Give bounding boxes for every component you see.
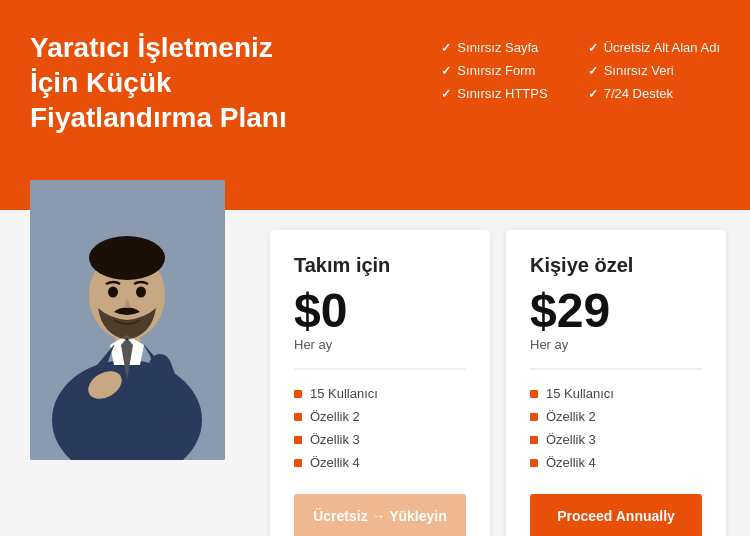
divider bbox=[530, 368, 702, 370]
bullet-icon bbox=[294, 390, 302, 398]
feature-item: ✓Sınırsız Sayfa bbox=[441, 40, 547, 55]
card-title: Takım için bbox=[294, 254, 466, 277]
card-price: $0 bbox=[294, 287, 466, 335]
feature-list-item: Özellik 2 bbox=[294, 405, 466, 428]
card-features: 15 Kullanıcı Özellik 2 Özellik 3 Özellik… bbox=[294, 382, 466, 474]
feature-list-item: Özellik 2 bbox=[530, 405, 702, 428]
features-right: ✓Ücretsiz Alt Alan Adı✓Sınırsız Veri✓7/2… bbox=[588, 40, 720, 101]
check-icon: ✓ bbox=[441, 41, 451, 55]
bullet-icon bbox=[294, 459, 302, 467]
card-period: Her ay bbox=[294, 337, 466, 352]
features-left: ✓Sınırsız Sayfa✓Sınırsız Form✓Sınırsız H… bbox=[441, 40, 547, 101]
bullet-icon bbox=[294, 413, 302, 421]
svg-point-9 bbox=[108, 287, 118, 298]
main-title: Yaratıcı İşletmeniz İçin Küçük Fiyatland… bbox=[30, 30, 310, 135]
feature-item: ✓7/24 Destek bbox=[588, 86, 720, 101]
feature-item: ✓Sınırsız Veri bbox=[588, 63, 720, 78]
bullet-icon bbox=[530, 436, 538, 444]
pricing-card-0: Takım için $0 Her ay 15 Kullanıcı Özelli… bbox=[270, 230, 490, 536]
card-cta-button[interactable]: Ücretsiz → Yükleyin bbox=[294, 494, 466, 536]
check-icon: ✓ bbox=[441, 87, 451, 101]
feature-list-item: Özellik 4 bbox=[530, 451, 702, 474]
card-period: Her ay bbox=[530, 337, 702, 352]
divider bbox=[294, 368, 466, 370]
check-icon: ✓ bbox=[588, 41, 598, 55]
person-image bbox=[30, 180, 225, 460]
card-cta-button[interactable]: Proceed Annually bbox=[530, 494, 702, 536]
feature-list-item: Özellik 4 bbox=[294, 451, 466, 474]
bottom-section: Takım için $0 Her ay 15 Kullanıcı Özelli… bbox=[0, 210, 750, 536]
card-features: 15 Kullanıcı Özellik 2 Özellik 3 Özellik… bbox=[530, 382, 702, 474]
feature-item: ✓Sınırsız Form bbox=[441, 63, 547, 78]
feature-list-item: Özellik 3 bbox=[294, 428, 466, 451]
svg-point-10 bbox=[136, 287, 146, 298]
bullet-icon bbox=[530, 390, 538, 398]
features-block: ✓Sınırsız Sayfa✓Sınırsız Form✓Sınırsız H… bbox=[441, 30, 720, 101]
feature-item: ✓Sınırsız HTTPS bbox=[441, 86, 547, 101]
title-block: Yaratıcı İşletmeniz İçin Küçük Fiyatland… bbox=[30, 30, 310, 135]
card-title: Kişiye özel bbox=[530, 254, 702, 277]
check-icon: ✓ bbox=[588, 64, 598, 78]
feature-list-item: Özellik 3 bbox=[530, 428, 702, 451]
pricing-card-1: Kişiye özel $29 Her ay 15 Kullanıcı Özel… bbox=[506, 230, 726, 536]
cards-container: Takım için $0 Her ay 15 Kullanıcı Özelli… bbox=[270, 210, 726, 536]
feature-list-item: 15 Kullanıcı bbox=[530, 382, 702, 405]
card-price: $29 bbox=[530, 287, 702, 335]
bullet-icon bbox=[530, 413, 538, 421]
check-icon: ✓ bbox=[588, 87, 598, 101]
svg-point-4 bbox=[89, 236, 165, 280]
top-section: Yaratıcı İşletmeniz İçin Küçük Fiyatland… bbox=[0, 0, 750, 210]
check-icon: ✓ bbox=[441, 64, 451, 78]
feature-item: ✓Ücretsiz Alt Alan Adı bbox=[588, 40, 720, 55]
bullet-icon bbox=[530, 459, 538, 467]
feature-list-item: 15 Kullanıcı bbox=[294, 382, 466, 405]
bullet-icon bbox=[294, 436, 302, 444]
